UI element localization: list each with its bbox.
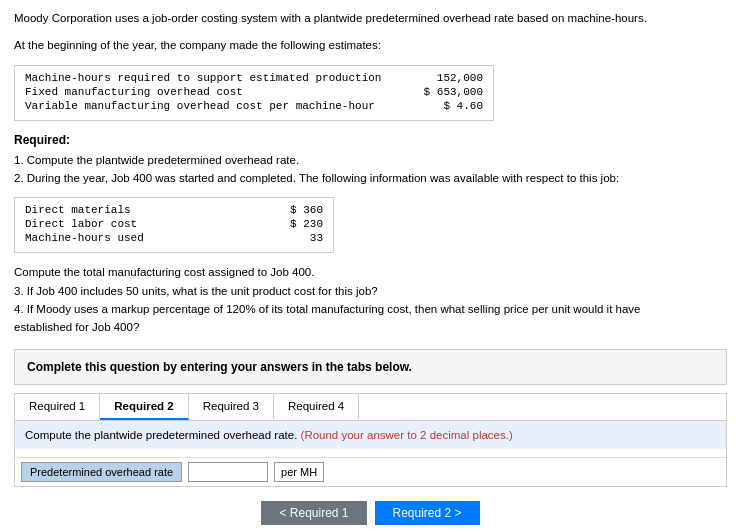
additional-text: Compute the total manufacturing cost ass… (14, 263, 727, 337)
nav-buttons: < Required 1 Required 2 > (14, 497, 727, 529)
required-section: Required: 1. Compute the plantwide prede… (14, 133, 727, 188)
intro-text-1: Moody Corporation uses a job-order costi… (14, 10, 727, 27)
additional-line-3: 4. If Moody uses a markup percentage of … (14, 300, 727, 318)
tab-required-4[interactable]: Required 4 (274, 394, 359, 420)
input-row: Predetermined overhead rate per MH (15, 457, 726, 486)
table-row: Machine-hours used 33 (25, 232, 323, 244)
job-value-2: $ 230 (290, 218, 323, 230)
tab-content-area: Compute the plantwide predetermined over… (15, 421, 726, 449)
table-row: Fixed manufacturing overhead cost $ 653,… (25, 86, 483, 98)
per-mh-label: per MH (274, 462, 324, 482)
required-item-2: 2. During the year, Job 400 was started … (14, 169, 727, 187)
tabs-row: Required 1 Required 2 Required 3 Require… (15, 394, 726, 421)
job-table: Direct materials $ 360 Direct labor cost… (14, 197, 334, 253)
tab-content-round-note: (Round your answer to 2 decimal places.) (301, 429, 513, 441)
additional-line-2: 3. If Job 400 includes 50 units, what is… (14, 282, 727, 300)
prev-button[interactable]: < Required 1 (261, 501, 366, 525)
estimate-value-1: 152,000 (403, 72, 483, 84)
table-row: Variable manufacturing overhead cost per… (25, 100, 483, 112)
tab-required-1[interactable]: Required 1 (15, 394, 100, 420)
estimate-label-1: Machine-hours required to support estima… (25, 72, 403, 84)
tabs-container: Required 1 Required 2 Required 3 Require… (14, 393, 727, 487)
tab-required-3[interactable]: Required 3 (189, 394, 274, 420)
job-label-1: Direct materials (25, 204, 131, 216)
estimate-value-2: $ 653,000 (403, 86, 483, 98)
job-label-3: Machine-hours used (25, 232, 144, 244)
estimate-value-3: $ 4.60 (403, 100, 483, 112)
next-button[interactable]: Required 2 > (375, 501, 480, 525)
tab-required-2[interactable]: Required 2 (100, 394, 188, 420)
required-title: Required: (14, 133, 727, 147)
additional-line-1: Compute the total manufacturing cost ass… (14, 263, 727, 281)
job-value-3: 33 (310, 232, 323, 244)
intro-text-2: At the beginning of the year, the compan… (14, 37, 727, 54)
table-row: Direct labor cost $ 230 (25, 218, 323, 230)
table-row: Direct materials $ 360 (25, 204, 323, 216)
overhead-rate-input[interactable] (188, 462, 268, 482)
complete-instruction: Complete this question by entering your … (27, 360, 412, 374)
estimate-label-2: Fixed manufacturing overhead cost (25, 86, 403, 98)
tab-content-line1: Compute the plantwide predetermined over… (25, 429, 297, 441)
required-item-1: 1. Compute the plantwide predetermined o… (14, 151, 727, 169)
complete-box: Complete this question by entering your … (14, 349, 727, 385)
job-value-1: $ 360 (290, 204, 323, 216)
job-label-2: Direct labor cost (25, 218, 137, 230)
additional-line-4: established for Job 400? (14, 318, 727, 336)
estimate-label-3: Variable manufacturing overhead cost per… (25, 100, 403, 112)
overhead-rate-label: Predetermined overhead rate (21, 462, 182, 482)
estimates-table: Machine-hours required to support estima… (14, 65, 494, 121)
table-row: Machine-hours required to support estima… (25, 72, 483, 84)
